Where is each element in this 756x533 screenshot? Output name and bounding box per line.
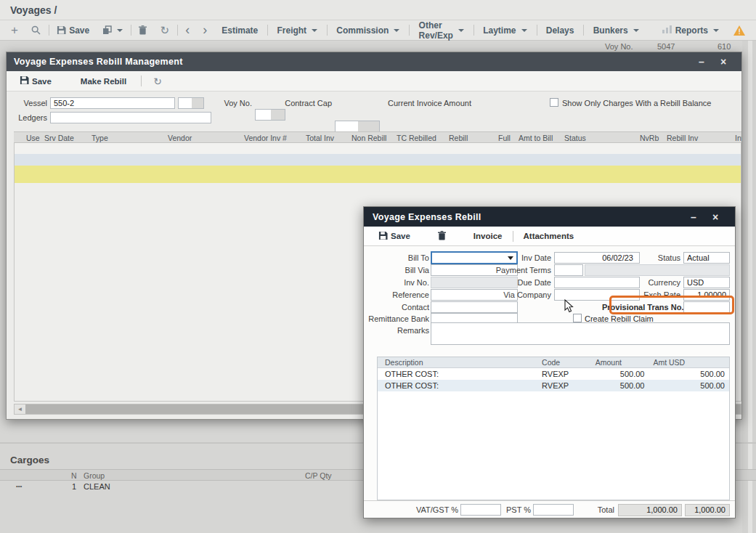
cargo-group: CLEAN	[84, 482, 110, 491]
cell-amount: 500.00	[591, 368, 649, 380]
minimize-button[interactable]: –	[691, 56, 712, 68]
chevron-down-icon	[521, 29, 527, 32]
current-invoice-amount-label: Current Invoice Amount	[388, 98, 469, 109]
remarks-textarea[interactable]	[431, 322, 730, 345]
provisional-trans-no-input[interactable]	[683, 301, 730, 313]
menu-other-rev-exp[interactable]: Other Rev/Exp	[411, 21, 472, 40]
status-input[interactable]	[683, 252, 730, 264]
remittance-bank-label: Remittance Bank	[365, 314, 429, 325]
due-date-label: Due Date	[473, 277, 551, 288]
vessel-code-field[interactable]	[178, 97, 204, 109]
divider	[141, 76, 142, 86]
menu-delays[interactable]: Delays	[538, 21, 582, 40]
copy-icon	[102, 25, 113, 35]
show-only-label: Show Only Charges With a Rebill Balance	[562, 99, 711, 107]
via-company-label: Via Company	[473, 290, 551, 301]
dialog-toolbar: Save Invoice Attachments	[364, 227, 735, 246]
save-button[interactable]: Save	[50, 21, 96, 40]
refresh-button[interactable]: ↻	[153, 21, 176, 40]
line-item-row[interactable]: OTHER COST: RVEXP 500.00 500.00	[378, 368, 729, 380]
line-item-row[interactable]: OTHER COST: RVEXP 500.00 500.00	[378, 380, 729, 391]
menu-laytime[interactable]: Laytime	[475, 21, 535, 40]
menu-label: Estimate	[221, 25, 258, 36]
menu-freight[interactable]: Freight	[269, 21, 325, 40]
report-chart-icon	[662, 25, 672, 35]
col-full: Full	[498, 134, 511, 142]
cell-description: OTHER COST:	[378, 380, 538, 391]
bill-via-label: Bill Via	[365, 265, 429, 276]
cell-code: RVEXP	[538, 380, 591, 391]
inv-date-label: Inv Date	[473, 253, 551, 264]
exch-rate-label: Exch Rate	[618, 290, 680, 301]
chevron-down-icon	[312, 29, 317, 32]
save-icon	[57, 25, 66, 35]
provisional-trans-no-label: Provisional Trans No.	[602, 302, 680, 313]
menu-bunkers[interactable]: Bunkers	[585, 21, 647, 40]
payment-terms-code-input[interactable]	[554, 264, 583, 276]
dialog-titlebar[interactable]: Voyage Expenses Rebill Management – ×	[7, 52, 741, 71]
search-button[interactable]	[25, 21, 47, 40]
dialog-title: Voyage Expenses Rebill	[373, 212, 683, 222]
delete-button[interactable]	[132, 21, 153, 40]
tab-attachments[interactable]: Attachments	[515, 232, 583, 240]
chevron-down-icon	[394, 29, 399, 32]
line-items-table: Description Code Amount Amt USD OTHER CO…	[377, 357, 730, 500]
menu-label: Other Rev/Exp	[419, 20, 453, 41]
grid-row-selected-blue[interactable]	[15, 154, 741, 166]
refresh-button[interactable]: ↻	[147, 76, 168, 87]
menu-label: Laytime	[483, 25, 516, 36]
cell-amt-usd: 500.00	[649, 368, 729, 380]
pst-input[interactable]	[533, 504, 574, 516]
chevron-down-icon	[633, 29, 639, 32]
menu-estimate[interactable]: Estimate	[214, 21, 266, 40]
save-button[interactable]: Save	[373, 231, 416, 242]
right-background-band	[748, 41, 752, 533]
contact-label: Contact	[365, 302, 429, 313]
tab-invoice[interactable]: Invoice	[465, 232, 511, 240]
chevron-right-icon: ›	[203, 23, 207, 38]
reference-label: Reference	[365, 290, 429, 301]
ledgers-input[interactable]	[50, 112, 211, 123]
dialog-footer: VAT/GST % PST % Total 1,000.00 1,000.00	[364, 500, 735, 518]
vessel-input[interactable]	[50, 97, 175, 109]
cell-description: OTHER COST:	[378, 368, 538, 380]
main-toolbar: + Save ↻ ‹ › Estimate Freight Commission…	[0, 20, 756, 41]
voy-no-field[interactable]	[255, 109, 285, 121]
refresh-icon: ↻	[160, 24, 169, 37]
minimize-button[interactable]: –	[683, 211, 704, 223]
show-only-checkbox[interactable]	[550, 98, 558, 107]
contact-input[interactable]	[431, 301, 518, 313]
col-tc-rebilled: TC Rebilled	[397, 134, 436, 142]
dialog-titlebar[interactable]: Voyage Expenses Rebill – ×	[364, 207, 735, 227]
close-button[interactable]: ×	[712, 56, 734, 68]
menu-reports[interactable]: Reports	[654, 21, 727, 40]
save-label: Save	[32, 77, 52, 86]
total-label: Total	[582, 505, 614, 516]
menu-commission[interactable]: Commission	[328, 21, 407, 40]
divider	[513, 231, 513, 242]
warning-button[interactable]	[727, 21, 752, 40]
delete-button[interactable]	[432, 231, 452, 242]
close-button[interactable]: ×	[704, 211, 726, 223]
create-rebill-claim-checkbox[interactable]	[573, 314, 582, 322]
add-button[interactable]: +	[4, 21, 25, 40]
col-vendor: Vendor	[168, 134, 192, 142]
copy-button[interactable]	[96, 21, 129, 40]
grid-row-highlighted-yellow[interactable]	[15, 166, 741, 183]
scroll-left-arrow[interactable]: ◄	[15, 404, 25, 414]
currency-input[interactable]	[683, 277, 730, 288]
row-menu-icon[interactable]: •••	[16, 483, 22, 489]
save-button[interactable]: Save	[14, 76, 57, 86]
prev-button[interactable]: ‹	[179, 21, 196, 40]
exch-rate-input[interactable]	[683, 289, 730, 301]
next-button[interactable]: ›	[196, 21, 214, 40]
plus-icon: +	[11, 23, 18, 38]
contract-cap-field[interactable]	[335, 121, 380, 132]
make-rebill-button[interactable]: Make Rebill	[75, 77, 132, 86]
save-icon	[378, 231, 388, 242]
chevron-down-icon	[458, 29, 464, 32]
bg-voy-no-label: Voy No.	[605, 42, 633, 51]
vessel-label: Vessel	[15, 98, 47, 109]
col-amt-usd: Amt USD	[649, 357, 729, 367]
grid-row[interactable]	[15, 143, 741, 154]
